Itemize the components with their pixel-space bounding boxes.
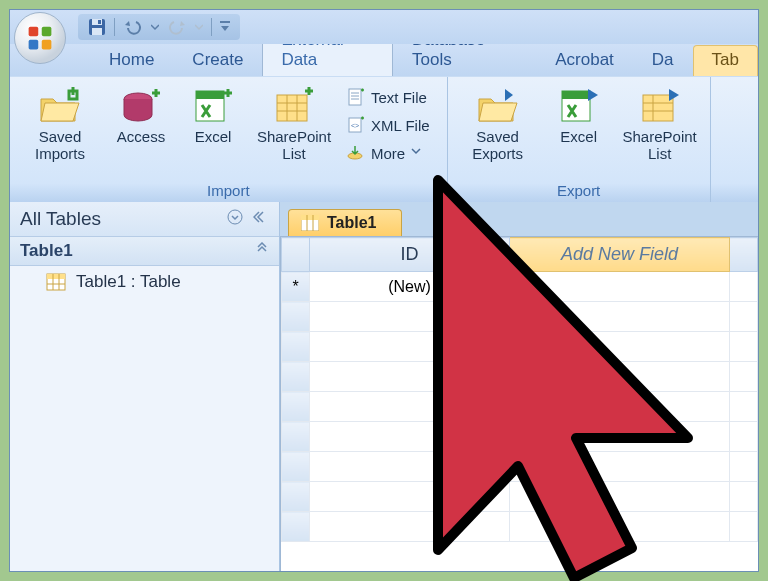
table-row [282,422,758,452]
cell-id-new[interactable]: (New) [310,272,510,302]
text-file-icon [347,88,365,106]
more-icon [347,144,365,162]
document-tab-row: Table1 [280,202,758,236]
nav-header-label: All Tables [20,208,101,230]
sharepoint-import-button[interactable]: SharePoint List [250,81,338,180]
svg-rect-0 [29,27,39,37]
more-import-button[interactable]: More [340,139,437,167]
sharepoint-import-icon [273,85,315,127]
table-icon [301,215,319,231]
table-row [282,332,758,362]
xml-file-icon: <> [347,116,365,134]
excel-export-label: Excel [560,128,597,145]
tab-datasheet[interactable]: Da [633,45,693,76]
import-group-label: Import [16,180,441,202]
sharepoint-export-label: SharePoint List [619,128,701,162]
table-row[interactable]: * (New) [282,272,758,302]
svg-rect-7 [98,20,101,24]
column-header-add-field[interactable]: Add New Field [510,238,730,272]
qat-separator [211,18,212,36]
undo-icon[interactable] [123,19,143,35]
app-window: Home Create External Data Database Tools… [9,9,759,572]
document-tab-table1[interactable]: Table1 [288,209,402,236]
tab-acrobat[interactable]: Acrobat [536,45,633,76]
tab-create[interactable]: Create [173,45,262,76]
document-tab-label: Table1 [327,214,377,232]
svg-rect-25 [562,91,590,99]
save-icon[interactable] [88,18,106,36]
sharepoint-export-icon [639,85,681,127]
qat-customize-icon[interactable] [220,21,230,33]
access-label: Access [117,128,165,145]
redo-icon[interactable] [167,19,187,35]
contextual-tab-table[interactable]: Tab [693,45,758,76]
svg-rect-3 [42,40,52,50]
navigation-pane: All Tables Table1 Table1 : Table [10,202,280,571]
saved-exports-label: Saved Exports [457,128,539,162]
title-bar [10,10,758,44]
ribbon: Saved Imports Access [10,76,758,202]
sharepoint-import-label: SharePoint List [253,128,335,162]
export-group-label: Export [454,180,704,202]
svg-point-30 [228,210,242,224]
office-button[interactable] [14,12,66,64]
saved-exports-button[interactable]: Saved Exports [454,81,542,180]
svg-rect-1 [42,27,52,37]
excel-export-icon [558,85,600,127]
access-import-button[interactable]: Access [106,81,176,180]
saved-imports-button[interactable]: Saved Imports [16,81,104,180]
saved-imports-label: Saved Imports [19,128,101,162]
more-label: More [371,145,405,162]
redo-dropdown-icon[interactable] [195,23,203,31]
table-row [282,392,758,422]
svg-rect-6 [92,28,102,35]
qat-separator [114,18,115,36]
row-selector-new[interactable]: * [282,272,310,302]
svg-text:<>: <> [351,122,359,129]
select-all-cell[interactable] [282,238,310,272]
svg-rect-26 [643,95,673,121]
column-header-id[interactable]: ID [310,238,510,272]
text-file-button[interactable]: Text File [340,83,437,111]
excel-import-button[interactable]: Excel [178,81,248,180]
table-row [282,512,758,542]
undo-dropdown-icon[interactable] [151,23,159,31]
quick-access-toolbar [78,14,240,40]
nav-item-table1[interactable]: Table1 : Table [10,266,279,298]
chevron-down-icon [411,146,425,160]
nav-group-label: Table1 [20,241,73,261]
document-area: Table1 ID Add New Field * (New) [280,202,758,571]
svg-rect-2 [29,40,39,50]
datasheet[interactable]: ID Add New Field * (New) [280,236,758,571]
svg-rect-11 [196,91,224,99]
datasheet-table: ID Add New Field * (New) [281,237,758,542]
svg-rect-32 [47,274,65,279]
folder-import-icon [39,85,81,127]
access-icon [120,85,162,127]
nav-item-label: Table1 : Table [76,272,181,292]
svg-rect-12 [277,95,307,121]
table-icon [46,273,66,291]
nav-header[interactable]: All Tables [10,202,279,237]
tab-home[interactable]: Home [90,45,173,76]
nav-group-collapse-icon[interactable] [255,241,269,261]
svg-rect-37 [301,215,319,220]
xml-file-button[interactable]: <> XML File [340,111,437,139]
excel-import-label: Excel [195,128,232,145]
office-logo-icon [26,24,54,52]
svg-rect-17 [349,89,361,105]
excel-export-button[interactable]: Excel [544,81,614,180]
ribbon-tabs: Home Create External Data Database Tools… [10,44,758,76]
table-row [282,362,758,392]
excel-import-icon [192,85,234,127]
xml-file-label: XML File [371,117,430,134]
table-row [282,452,758,482]
cell-empty[interactable] [730,272,758,302]
group-import: Saved Imports Access [10,77,448,202]
sharepoint-export-button[interactable]: SharePoint List [616,81,704,180]
cell-empty[interactable] [510,272,730,302]
svg-rect-8 [220,21,230,23]
nav-dropdown-icon[interactable] [227,208,243,230]
nav-group-table1[interactable]: Table1 [10,237,279,266]
nav-collapse-icon[interactable] [253,208,269,230]
